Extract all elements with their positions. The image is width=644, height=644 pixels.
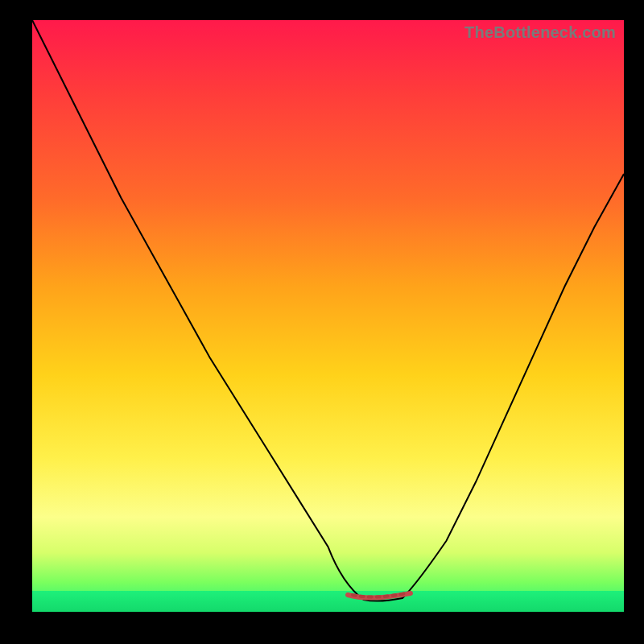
bottleneck-curve (32, 20, 624, 601)
plot-area: TheBottleneck.com (32, 20, 624, 612)
chart-frame: TheBottleneck.com (0, 0, 644, 644)
curve-overlay (32, 20, 624, 612)
